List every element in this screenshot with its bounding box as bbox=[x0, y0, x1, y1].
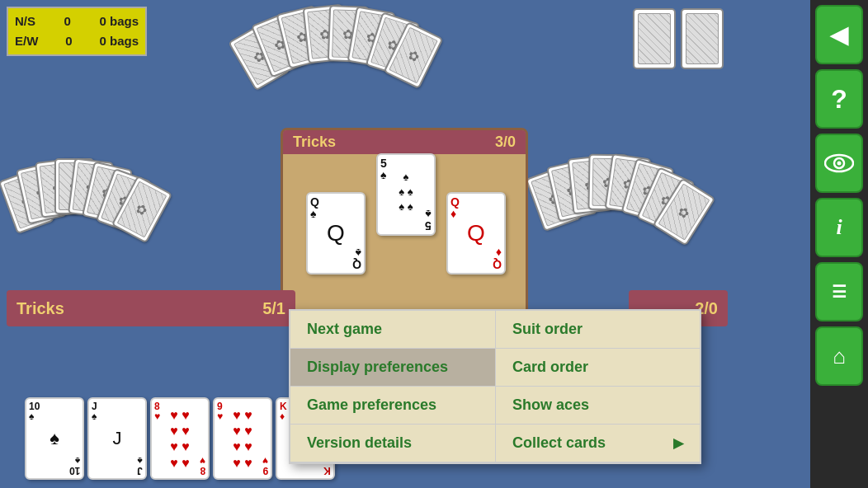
card-queen-spades: Q♠ Q Q♠ bbox=[306, 192, 366, 274]
ne-cards bbox=[633, 8, 724, 69]
svg-point-2 bbox=[837, 162, 842, 166]
ne-card-2 bbox=[681, 8, 724, 69]
right-panel: ◀ ? i ☰ ⌂ bbox=[810, 0, 868, 488]
card-qs-top: Q♠ bbox=[310, 196, 361, 219]
center-table: Tricks 3/0 5♠ ♠♠ ♠♠ ♠ 5♠ Q♠ Q Q♠ Q♦ Q Q♦ bbox=[281, 128, 528, 317]
card-qs-center: Q bbox=[327, 220, 345, 246]
context-menu: Next game Suit order Display preferences… bbox=[289, 309, 701, 464]
menu-card-order[interactable]: Card order bbox=[495, 349, 700, 387]
menu-version[interactable]: Version details bbox=[290, 425, 495, 462]
menu-collect-cards[interactable]: Collect cards ▶ bbox=[495, 425, 700, 462]
ne-card-1 bbox=[633, 8, 676, 69]
menu-show-aces[interactable]: Show aces bbox=[495, 387, 700, 425]
card-5-spades: 5♠ ♠♠ ♠♠ ♠ 5♠ bbox=[376, 153, 436, 236]
card-qd-top: Q♦ bbox=[451, 196, 502, 219]
menu-button[interactable]: ☰ bbox=[815, 262, 863, 321]
card-rank-bottom: 5♠ bbox=[425, 209, 432, 232]
south-card-4[interactable]: 9♥ ♥ ♥♥ ♥♥ ♥♥ ♥ 9♥ bbox=[213, 397, 272, 480]
south-card-3[interactable]: 8♥ ♥ ♥♥ ♥♥ ♥♥ ♥ 8♥ bbox=[150, 397, 210, 480]
menu-arrow-icon: ▶ bbox=[673, 435, 683, 451]
card-queen-diamonds: Q♦ Q Q♦ bbox=[446, 192, 506, 274]
card-qs-bottom: Q♠ bbox=[352, 247, 361, 270]
tricks-score: 3/0 bbox=[495, 134, 516, 151]
tricks-bottom-score: 5/1 bbox=[262, 299, 285, 318]
tricks-header: Tricks 3/0 bbox=[283, 130, 526, 154]
info-button[interactable]: i bbox=[815, 198, 863, 257]
view-button[interactable] bbox=[815, 134, 863, 193]
south-card-2[interactable]: J♠ J J♠ bbox=[87, 397, 147, 480]
north-hand: ✿ ✿ ✿ ✿ ✿ ✿ ✿ ✿ bbox=[231, 4, 437, 103]
tricks-bottom-left: Tricks 5/1 bbox=[7, 290, 295, 326]
back-button[interactable]: ◀ bbox=[815, 5, 863, 64]
south-card-1[interactable]: 10♠ ♠ 10♠ bbox=[25, 397, 84, 480]
menu-display-pref[interactable]: Display preferences bbox=[290, 349, 495, 387]
menu-game-pref[interactable]: Game preferences bbox=[290, 387, 495, 425]
menu-grid: Next game Suit order Display preferences… bbox=[290, 311, 700, 462]
card-qd-center: Q bbox=[467, 220, 485, 246]
menu-suit-order[interactable]: Suit order bbox=[495, 311, 700, 349]
help-button[interactable]: ? bbox=[815, 69, 863, 129]
home-button[interactable]: ⌂ bbox=[815, 326, 863, 386]
tricks-bottom-label: Tricks bbox=[17, 299, 64, 318]
game-area: ✿ ✿ ✿ ✿ ✿ ✿ ✿ ✿ ✿ ✿ ✿ ✿ ✿ ✿ ✿ ✿ ✿ ✿ ✿ ✿ … bbox=[0, 0, 810, 488]
tricks-label: Tricks bbox=[293, 134, 336, 151]
card-qd-bottom: Q♦ bbox=[493, 247, 502, 270]
east-hand: ✿ ✿ ✿ ✿ ✿ ✿ ✿ ✿ bbox=[534, 152, 724, 251]
menu-next-game[interactable]: Next game bbox=[290, 311, 495, 349]
west-hand: ✿ ✿ ✿ ✿ ✿ ✿ ✿ ✿ bbox=[7, 157, 188, 256]
